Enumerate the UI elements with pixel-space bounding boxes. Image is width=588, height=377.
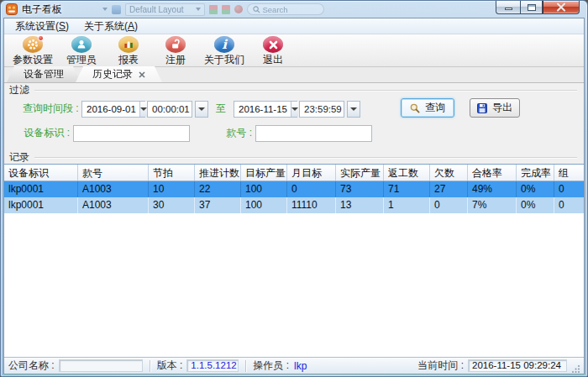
table-cell: 11110 [287, 197, 336, 213]
quick-menu-arrow-icon[interactable] [102, 8, 108, 11]
search-icon [410, 103, 420, 113]
time-from-field[interactable]: 00:00:01 [147, 101, 192, 118]
export-button-label: 导出 [492, 101, 512, 115]
header-cell[interactable]: 目标产量 [241, 165, 287, 181]
tab-label: 历史记录 [92, 66, 133, 82]
to-label: 至 [216, 102, 226, 116]
header-cell[interactable]: 实际产量 [336, 165, 384, 181]
badge-icon [38, 35, 44, 41]
maximize-icon [528, 4, 536, 11]
header-cell[interactable]: 设备标识 [4, 165, 78, 181]
group-divider [34, 90, 577, 91]
exit-icon [263, 36, 283, 53]
header-cell[interactable]: 组 [554, 165, 584, 181]
toolbar-label: 退出 [263, 53, 283, 67]
app-window: 电子看板 Default Layout Search [0, 0, 588, 377]
table-cell: 0 [430, 197, 468, 213]
layout-combo-arrow-icon [196, 8, 201, 11]
resize-grip[interactable] [572, 364, 580, 373]
layout-combo[interactable]: Default Layout [125, 3, 205, 16]
maximize-button[interactable] [520, 1, 543, 14]
time-from-dropdown-icon[interactable] [195, 101, 208, 118]
table-cell: 37 [195, 197, 241, 213]
table-row-selected[interactable]: lkp0001 A1003 10 22 100 0 73 71 27 49% 0… [4, 181, 584, 197]
header-cell[interactable]: 完成率 [517, 165, 554, 181]
toolbar-button-settings[interactable]: 参数设置 [8, 35, 58, 67]
records-group-header: 记录 [4, 150, 584, 164]
style-no-input[interactable] [255, 125, 372, 142]
bar-chart-icon [118, 36, 139, 53]
device-id-input[interactable] [73, 125, 190, 142]
header-cell[interactable]: 款号 [78, 165, 149, 181]
time-to-field[interactable]: 23:59:59 [299, 101, 344, 118]
document-tabs: 设备管理 历史记录 [4, 67, 584, 83]
layout-save-icon[interactable] [209, 5, 218, 14]
minimize-button[interactable] [496, 1, 520, 14]
date-to-picker[interactable]: 2016-11-15 [234, 101, 297, 118]
toolbar-label: 关于我们 [204, 53, 244, 67]
records-group-label: 记录 [9, 150, 34, 165]
filter-panel: 查询时间段 : 2016-09-01 00:00:01 至 2016-11-15… [4, 97, 584, 150]
table-cell: 49% [468, 181, 517, 197]
minimize-icon [505, 8, 512, 10]
close-button[interactable] [543, 1, 580, 14]
header-cell[interactable]: 欠数 [430, 165, 468, 181]
table-cell: 30 [149, 197, 195, 213]
grid-empty-area[interactable] [4, 213, 584, 357]
toolbar-button-admin[interactable]: 管理员 [58, 35, 105, 67]
tab-close-icon[interactable] [139, 71, 145, 78]
search-icon [253, 6, 260, 13]
record-icon[interactable] [234, 5, 243, 13]
table-cell: 100 [241, 181, 287, 197]
table-cell: 71 [384, 181, 430, 197]
date-from-picker[interactable]: 2016-09-01 [81, 101, 145, 118]
chevron-down-icon[interactable] [291, 102, 298, 117]
table-cell: lkp0001 [4, 197, 78, 213]
table-cell: A1003 [78, 181, 149, 197]
company-label: 公司名称 : [8, 359, 55, 373]
tab-device-management[interactable]: 设备管理 [7, 66, 81, 82]
table-cell: lkp0001 [4, 181, 78, 197]
time-range-label: 查询时间段 : [23, 102, 81, 116]
header-cell[interactable]: 月目标 [287, 165, 336, 181]
window-title: 电子看板 [22, 3, 62, 17]
time-to-dropdown-icon[interactable] [347, 101, 360, 118]
toolbar-button-register[interactable]: 注册 [152, 35, 199, 67]
toolbar-button-about[interactable]: i 关于我们 [199, 35, 249, 67]
status-bar: 公司名称 : 版本 : 1.1.5.1212 操作员 : lkp 当前时间 : … [4, 357, 584, 374]
menu-about-system[interactable]: 关于系统(A) [76, 18, 145, 34]
table-cell: A1003 [78, 197, 149, 213]
gear-icon [23, 36, 43, 53]
table-cell: 0% [517, 197, 554, 213]
titlebar-quick-toolbar: Default Layout Search [102, 3, 324, 16]
current-time-label: 当前时间 : [417, 359, 464, 373]
table-cell: 10 [149, 181, 195, 197]
app-icon [6, 3, 18, 15]
status-divider [245, 360, 246, 372]
toolbar-label: 注册 [165, 53, 186, 67]
layout-load-icon[interactable] [222, 5, 230, 14]
tab-history-records[interactable]: 历史记录 [76, 66, 162, 82]
chevron-down-icon[interactable] [139, 102, 147, 117]
export-button[interactable]: 导出 [470, 98, 520, 118]
layout-icon [112, 5, 121, 14]
table-cell: 22 [195, 181, 241, 197]
titlebar-search-input[interactable]: Search [247, 3, 324, 15]
title-bar[interactable]: 电子看板 Default Layout Search [1, 1, 587, 18]
table-row[interactable]: lkp0001 A1003 30 37 100 11110 13 1 0 7% … [4, 197, 584, 213]
header-cell[interactable]: 合格率 [468, 165, 517, 181]
header-cell[interactable]: 推进计数 [195, 165, 241, 181]
operator-label: 操作员 : [253, 359, 289, 373]
header-cell[interactable]: 返工数 [384, 165, 430, 181]
toolbar-button-exit[interactable]: 退出 [249, 35, 297, 67]
table-cell: 0 [554, 181, 584, 197]
save-icon [477, 103, 487, 113]
table-cell: 27 [430, 181, 468, 197]
header-cell[interactable]: 节拍 [149, 165, 195, 181]
device-id-label: 设备标识 : [23, 126, 73, 140]
table-cell: 73 [336, 181, 384, 197]
query-button[interactable]: 查询 [401, 98, 454, 118]
toolbar-button-report[interactable]: 报表 [105, 35, 152, 67]
table-cell: 13 [336, 197, 384, 213]
menu-system-settings[interactable]: 系统设置(S) [8, 18, 76, 34]
